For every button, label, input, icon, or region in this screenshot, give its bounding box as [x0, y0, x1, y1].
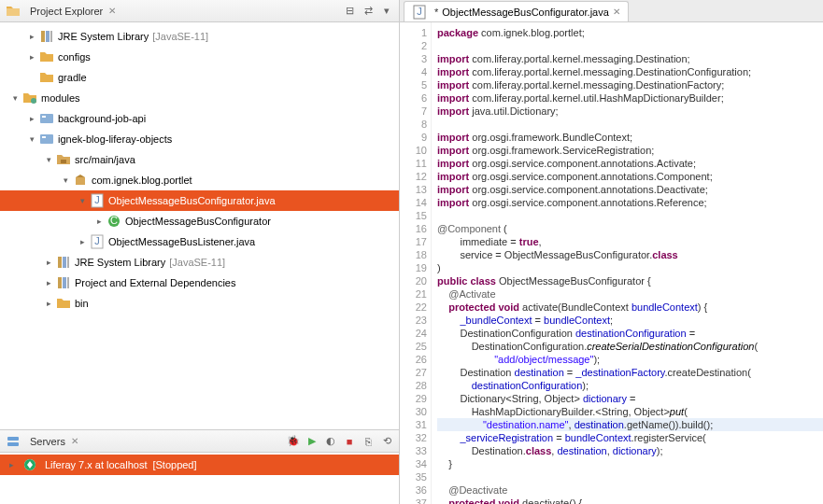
tree-item[interactable]: ▸JRE System Library[JavaSE-11]	[0, 252, 399, 273]
svg-rect-9	[76, 177, 85, 185]
java-icon: J	[90, 193, 105, 208]
class-icon: C	[106, 214, 121, 229]
expander-icon[interactable]: ▾	[75, 196, 90, 205]
java-icon: J	[90, 234, 105, 249]
tree-item-label: com.ignek.blog.portlet	[92, 175, 192, 186]
svg-rect-16	[58, 257, 62, 268]
expander-icon[interactable]: ▸	[41, 299, 56, 308]
editor-code[interactable]: package com.ignek.blog.portlet; import c…	[432, 22, 823, 504]
svg-rect-1	[46, 31, 50, 42]
src-icon	[56, 152, 71, 167]
expander-icon[interactable]: ▾	[7, 93, 22, 103]
tree-item[interactable]: ▾modules	[0, 88, 399, 108]
project-explorer-tree[interactable]: ▸JRE System Library[JavaSE-11]▸configsgr…	[0, 22, 399, 429]
svg-rect-20	[63, 277, 66, 288]
svg-text:J: J	[417, 6, 422, 17]
dirty-indicator: *	[434, 7, 438, 18]
editor-tab[interactable]: J *ObjectMessageBusConfigurator.java ✕	[404, 1, 629, 21]
expander-icon[interactable]: ▸	[75, 237, 90, 246]
expander-icon[interactable]: ▾	[24, 134, 39, 144]
tree-item-label: modules	[41, 92, 80, 104]
proj2-icon	[39, 132, 54, 147]
expander-icon[interactable]: ▸	[24, 32, 39, 41]
editor-tabs: J *ObjectMessageBusConfigurator.java ✕	[400, 0, 823, 22]
svg-rect-5	[42, 116, 46, 118]
servers-body[interactable]: ▸ Liferay 7.x at localhost [Stopped]	[0, 453, 399, 504]
clean-icon[interactable]: ⟲	[380, 435, 393, 448]
link-editor-icon[interactable]: ⇄	[362, 5, 375, 18]
svg-rect-7	[42, 136, 46, 138]
tree-item-label: background-job-api	[58, 113, 146, 124]
svg-rect-0	[41, 31, 45, 42]
svg-rect-18	[67, 257, 69, 268]
profile-icon[interactable]: ◐	[324, 435, 337, 448]
close-icon[interactable]: ✕	[108, 6, 116, 16]
tree-item[interactable]: ▸bin	[0, 293, 399, 314]
tree-item[interactable]: gradle	[0, 67, 399, 88]
close-icon[interactable]: ✕	[613, 7, 620, 17]
expander-icon[interactable]: ▸	[24, 52, 39, 62]
tree-item-label: Project and External Dependencies	[75, 277, 235, 288]
expander-icon[interactable]: ▾	[41, 155, 56, 164]
close-icon[interactable]: ✕	[71, 436, 78, 446]
tree-item-label: ObjectMessageBusConfigurator	[125, 216, 271, 227]
server-row[interactable]: ▸ Liferay 7.x at localhost [Stopped]	[0, 455, 399, 475]
collapse-all-icon[interactable]: ⊟	[343, 5, 356, 18]
lib-icon	[39, 29, 54, 44]
proj2-icon	[39, 111, 54, 126]
tree-item-label: bin	[75, 298, 89, 309]
tab-filename: ObjectMessageBusConfigurator.java	[442, 7, 609, 18]
folder-icon	[39, 49, 54, 64]
tree-item-label: gradle	[58, 72, 87, 83]
tree-item-decorator: [JavaSE-11]	[169, 257, 225, 268]
tree-item[interactable]: ▸CObjectMessageBusConfigurator	[0, 211, 399, 231]
tree-item[interactable]: ▸JRE System Library[JavaSE-11]	[0, 26, 399, 47]
debug-icon[interactable]: 🐞	[287, 435, 300, 448]
folder-icon	[6, 4, 21, 19]
svg-rect-4	[40, 114, 53, 123]
expander-icon[interactable]: ▸	[24, 114, 39, 123]
svg-rect-6	[40, 134, 53, 144]
tree-item[interactable]: ▾src/main/java	[0, 149, 399, 170]
svg-text:J: J	[94, 194, 100, 205]
tree-item-label: ignek-blog-liferay-objects	[58, 133, 172, 145]
tree-item[interactable]: ▸JObjectMessageBusListener.java	[0, 231, 399, 252]
server-status: [Stopped]	[152, 459, 196, 470]
expander-icon[interactable]: ▾	[58, 175, 73, 185]
server-name: Liferay 7.x at localhost	[45, 459, 147, 470]
tree-item[interactable]: ▸background-job-api	[0, 108, 399, 129]
lib-icon	[56, 275, 71, 290]
java-file-icon: J	[412, 5, 427, 20]
tree-item[interactable]: ▾ignek-blog-liferay-objects	[0, 129, 399, 149]
tree-item[interactable]: ▸Project and External Dependencies	[0, 273, 399, 293]
publish-icon[interactable]: ⎘	[362, 435, 375, 448]
editor-body[interactable]: 1234567891011121314151617181920212223242…	[400, 22, 823, 504]
servers-icon	[6, 434, 21, 449]
tree-item[interactable]: ▸configs	[0, 47, 399, 67]
stop-icon[interactable]: ■	[343, 435, 356, 448]
editor-gutter: 1234567891011121314151617181920212223242…	[400, 22, 432, 504]
view-menu-icon[interactable]: ▾	[380, 5, 393, 18]
tree-item-label: JRE System Library	[58, 31, 149, 42]
svg-rect-8	[61, 160, 66, 163]
svg-rect-19	[58, 277, 62, 288]
servers-title: Servers	[30, 436, 65, 447]
expander-icon[interactable]: ▸	[92, 217, 106, 226]
svg-rect-17	[63, 257, 66, 268]
svg-text:C: C	[110, 215, 118, 226]
svg-point-3	[31, 98, 36, 104]
folder-icon	[39, 70, 54, 85]
tree-item[interactable]: ▾JObjectMessageBusConfigurator.java	[0, 190, 399, 211]
server-icon	[22, 457, 37, 472]
run-icon[interactable]: ▶	[305, 435, 319, 448]
project-explorer-title: Project Explorer	[30, 6, 103, 17]
expander-icon[interactable]: ▸	[41, 278, 56, 287]
tree-item-label: ObjectMessageBusListener.java	[108, 236, 255, 247]
svg-rect-22	[7, 437, 19, 441]
tree-item-label: ObjectMessageBusConfigurator.java	[108, 195, 276, 206]
lib-icon	[56, 255, 71, 270]
expander-icon[interactable]: ▸	[4, 460, 19, 469]
tree-item[interactable]: ▾com.ignek.blog.portlet	[0, 170, 399, 190]
expander-icon[interactable]: ▸	[41, 258, 56, 267]
svg-rect-23	[7, 442, 19, 446]
